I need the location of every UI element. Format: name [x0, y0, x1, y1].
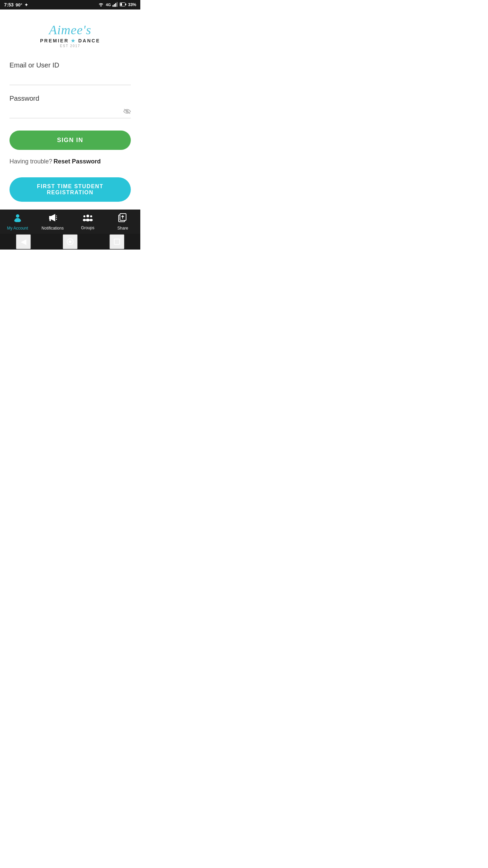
back-button[interactable]: ◀	[16, 234, 31, 249]
svg-point-16	[86, 215, 89, 217]
password-input-wrapper	[9, 106, 131, 118]
svg-point-17	[86, 219, 90, 221]
email-label: Email or User ID	[9, 61, 131, 69]
system-navigation: ◀	[0, 234, 140, 250]
logo-container: Aimee's PREMIER ★ DANCE EST 2017	[40, 23, 100, 48]
main-content: Aimee's PREMIER ★ DANCE EST 2017 Email o…	[0, 9, 140, 210]
svg-point-9	[16, 214, 19, 218]
nav-item-notifications[interactable]: Notifications	[35, 213, 70, 231]
email-input-wrapper	[9, 73, 131, 85]
trouble-row: Having trouble? Reset Password	[9, 158, 131, 165]
svg-rect-0	[113, 5, 114, 7]
svg-point-19	[83, 219, 86, 221]
status-temperature: 90°	[16, 2, 22, 7]
logo-subtitle: PREMIER ★ DANCE	[40, 38, 100, 43]
svg-rect-12	[49, 219, 51, 221]
email-field-group: Email or User ID	[9, 61, 131, 85]
svg-point-21	[89, 219, 93, 221]
nav-label-groups: Groups	[81, 225, 94, 230]
logo-est: EST 2017	[40, 44, 100, 48]
svg-marker-11	[49, 216, 51, 219]
register-button[interactable]: FIRST TIME STUDENT REGISTRATION	[9, 177, 131, 202]
trouble-text: Having trouble?	[9, 158, 52, 165]
login-form: Email or User ID Password S	[9, 61, 131, 202]
status-bar: 7:53 90° ✦ 4G	[0, 0, 140, 9]
group-icon	[82, 214, 93, 224]
svg-rect-26	[114, 239, 120, 244]
logo-dance: DANCE	[78, 38, 100, 43]
svg-rect-1	[114, 4, 115, 7]
svg-rect-6	[125, 3, 126, 5]
svg-rect-3	[117, 2, 118, 7]
password-label: Password	[9, 95, 131, 102]
wifi-icon	[98, 2, 104, 8]
nav-item-share[interactable]: Share	[105, 213, 141, 231]
logo-title: Aimee's	[40, 23, 100, 37]
megaphone-icon	[48, 213, 57, 224]
svg-point-25	[69, 240, 72, 243]
status-time: 7:53	[4, 2, 14, 7]
signin-button[interactable]: SIGN IN	[9, 131, 131, 150]
signal-icon	[113, 2, 118, 8]
nav-label-share: Share	[117, 226, 128, 231]
battery-icon	[120, 2, 126, 7]
home-button[interactable]	[63, 234, 78, 249]
svg-line-8	[124, 109, 130, 114]
status-right: 4G 33%	[98, 2, 136, 8]
share-icon	[118, 213, 127, 224]
nav-label-my-account: My Account	[7, 226, 28, 231]
reset-password-link[interactable]: Reset Password	[54, 158, 101, 165]
svg-rect-5	[120, 3, 122, 6]
email-input[interactable]	[9, 73, 131, 85]
status-left: 7:53 90° ✦	[4, 2, 28, 7]
network-type: 4G	[106, 3, 111, 7]
svg-rect-2	[115, 3, 116, 7]
bottom-navigation: My Account Notifications	[0, 210, 140, 234]
battery-percent: 33%	[128, 2, 136, 7]
logo-star: ★	[71, 38, 76, 43]
app-icon: ✦	[24, 2, 28, 7]
logo-premier: PREMIER	[40, 38, 69, 43]
recent-button[interactable]	[109, 234, 124, 249]
nav-item-groups[interactable]: Groups	[70, 214, 105, 230]
password-input[interactable]	[9, 106, 131, 118]
person-icon	[13, 213, 22, 224]
svg-point-20	[90, 215, 92, 217]
password-toggle-icon[interactable]	[123, 108, 131, 116]
password-field-group: Password	[9, 95, 131, 118]
nav-label-notifications: Notifications	[42, 226, 64, 231]
svg-point-18	[83, 215, 85, 217]
nav-item-my-account[interactable]: My Account	[0, 213, 35, 231]
